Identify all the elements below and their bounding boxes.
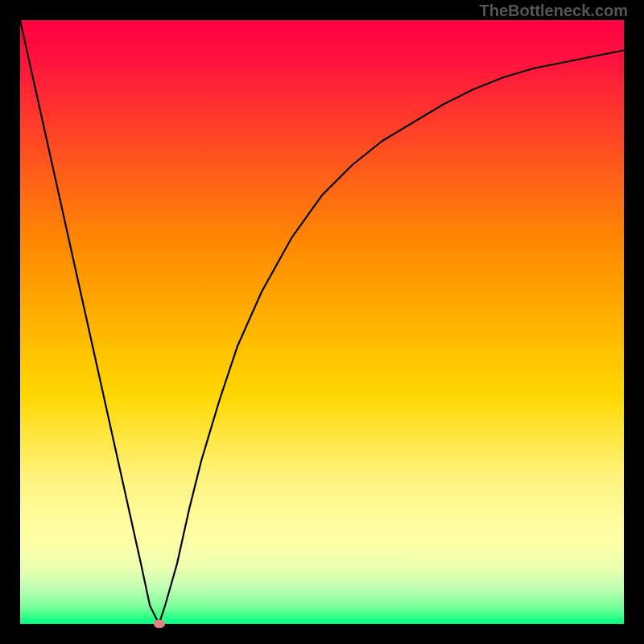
chart-plot-area [20, 20, 624, 624]
watermark-text: TheBottleneck.com [480, 2, 628, 20]
minimum-marker [154, 620, 165, 628]
bottleneck-curve [20, 20, 624, 624]
